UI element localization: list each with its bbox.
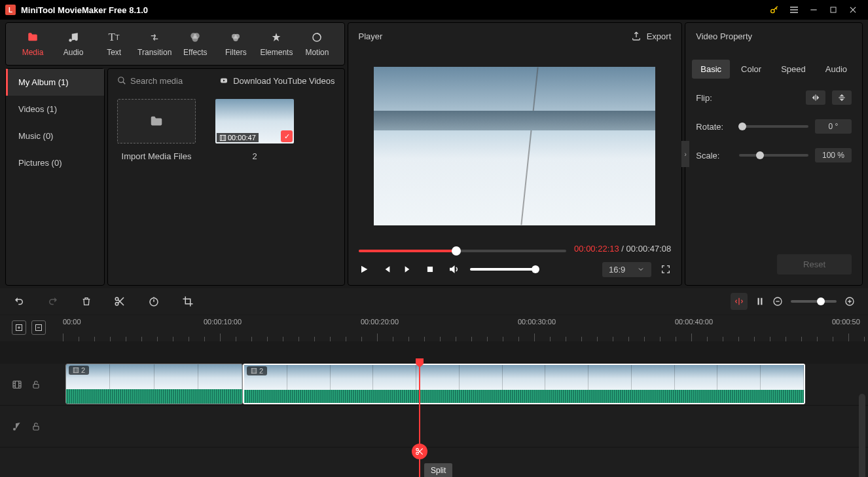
svg-rect-26	[13, 381, 21, 388]
scrub-bar[interactable]	[359, 250, 567, 252]
sidebar-item-music[interactable]: Music (0)	[6, 123, 104, 149]
upgrade-key-icon[interactable]	[765, 0, 784, 20]
rotate-value[interactable]: 0 °	[815, 119, 852, 134]
tool-tabs: Media Audio TT Text Transition Effects F…	[5, 22, 345, 66]
zoom-knob[interactable]	[817, 297, 825, 305]
redo-button[interactable]	[47, 296, 59, 307]
download-youtube-link[interactable]: Download YouTube Videos	[219, 76, 335, 86]
ruler-mark: 00:00:20:00	[361, 318, 399, 326]
flip-vertical-button[interactable]	[832, 90, 852, 105]
audio-track-body[interactable]	[63, 406, 868, 447]
tab-motion[interactable]: Motion	[297, 27, 337, 61]
tab-audio[interactable]: Audio	[53, 27, 94, 61]
split-tooltip: Split	[424, 463, 452, 477]
volume-slider[interactable]	[470, 268, 535, 271]
maximize-button[interactable]	[823, 0, 843, 20]
play-button[interactable]	[359, 264, 372, 275]
preview-canvas[interactable]	[374, 67, 655, 225]
tab-label: Audio	[63, 48, 84, 57]
minimize-button[interactable]	[804, 0, 823, 20]
flip-horizontal-button[interactable]	[806, 90, 825, 105]
import-media-tile[interactable]: Import Media Files	[117, 99, 196, 161]
scale-value[interactable]: 100 %	[815, 148, 852, 162]
sidebar-label: My Album (1)	[18, 77, 69, 87]
proptab-audio[interactable]: Audio	[817, 60, 856, 79]
fullscreen-button[interactable]	[660, 264, 671, 275]
delete-button[interactable]	[81, 296, 92, 307]
playhead[interactable]: Split	[419, 364, 420, 477]
svg-rect-28	[73, 368, 79, 373]
autofit-button[interactable]	[731, 293, 748, 310]
scrub-knob[interactable]	[452, 246, 461, 256]
export-button[interactable]: Export	[631, 31, 672, 41]
volume-button[interactable]	[448, 263, 461, 275]
split-scissors-icon[interactable]	[412, 444, 427, 459]
tab-filters[interactable]: Filters	[215, 27, 256, 61]
timeline-ruler[interactable]: 00:00 00:00:10:00 00:00:20:00 00:00:30:0…	[0, 315, 868, 341]
sidebar-item-videos[interactable]: Videos (1)	[6, 96, 104, 123]
sidebar-item-pictures[interactable]: Pictures (0)	[6, 149, 104, 176]
video-track-icon	[12, 379, 22, 390]
tab-media[interactable]: Media	[12, 27, 53, 61]
export-label: Export	[647, 31, 672, 41]
lock-icon[interactable]	[31, 422, 41, 431]
menu-icon[interactable]	[784, 0, 804, 20]
scrub-row: 00:00:22:13 / 00:00:47:08	[348, 242, 682, 254]
volume-knob[interactable]	[532, 265, 539, 273]
scale-row: Scale: 100 %	[696, 148, 852, 162]
add-track-button[interactable]	[12, 320, 26, 335]
proptab-speed[interactable]: Speed	[772, 60, 814, 79]
film-icon	[73, 367, 79, 373]
undo-button[interactable]	[13, 296, 25, 307]
import-box	[117, 99, 196, 143]
snap-button[interactable]	[755, 296, 765, 307]
collapse-panel-button[interactable]: ›	[681, 141, 689, 167]
svg-point-7	[234, 37, 239, 42]
media-clip-tile[interactable]: 00:00:47 ✓ 2	[215, 99, 294, 161]
timeline-vscrollbar[interactable]	[859, 394, 865, 477]
proptab-color[interactable]: Color	[732, 60, 770, 79]
ruler-mark: 00:00:10:00	[204, 318, 242, 326]
search-input[interactable]: Search media	[117, 76, 212, 86]
svg-rect-14	[839, 97, 844, 98]
split-button[interactable]	[114, 296, 126, 307]
next-frame-button[interactable]	[403, 264, 416, 275]
svg-rect-11	[220, 135, 225, 140]
video-track: 2 2	[0, 364, 868, 406]
timeline-clip[interactable]: 2	[65, 364, 243, 404]
stop-button[interactable]	[425, 265, 439, 274]
film-icon	[251, 368, 257, 374]
rotate-slider[interactable]	[739, 125, 808, 128]
tab-effects[interactable]: Effects	[175, 27, 215, 61]
flip-label: Flip:	[696, 93, 732, 103]
zoom-out-button[interactable]	[772, 296, 783, 307]
clip-badge-text: 2	[81, 366, 85, 374]
crop-button[interactable]	[182, 296, 194, 307]
rotate-knob[interactable]	[738, 123, 746, 130]
speed-button[interactable]	[148, 296, 160, 307]
close-button[interactable]	[843, 0, 863, 20]
prev-frame-button[interactable]	[381, 264, 394, 275]
scale-knob[interactable]	[756, 151, 764, 159]
zoom-slider[interactable]	[791, 300, 837, 303]
remove-track-button[interactable]	[31, 320, 46, 335]
tab-label: Filters	[225, 48, 247, 57]
proptab-basic[interactable]: Basic	[692, 60, 730, 79]
tab-transition[interactable]: Transition	[134, 27, 175, 61]
time-total: 00:00:47:08	[626, 244, 672, 254]
film-icon	[219, 134, 226, 142]
scale-slider[interactable]	[739, 154, 808, 157]
video-track-body[interactable]: 2 2	[63, 364, 868, 405]
tab-elements[interactable]: Elements	[256, 27, 297, 61]
timeline-clip-selected[interactable]: 2	[243, 364, 805, 404]
clip-added-check-icon: ✓	[281, 130, 293, 142]
sidebar-item-myalbum[interactable]: My Album (1)	[6, 69, 104, 96]
sidebar-label: Music (0)	[18, 131, 53, 141]
aspect-ratio-select[interactable]: 16:9	[602, 262, 651, 277]
zoom-in-button[interactable]	[844, 296, 855, 307]
reset-button[interactable]: Reset	[777, 254, 852, 275]
tab-label: Media	[22, 48, 44, 57]
lock-icon[interactable]	[31, 380, 41, 389]
tab-text[interactable]: TT Text	[94, 27, 134, 61]
time-current: 00:00:22:13	[574, 244, 619, 254]
